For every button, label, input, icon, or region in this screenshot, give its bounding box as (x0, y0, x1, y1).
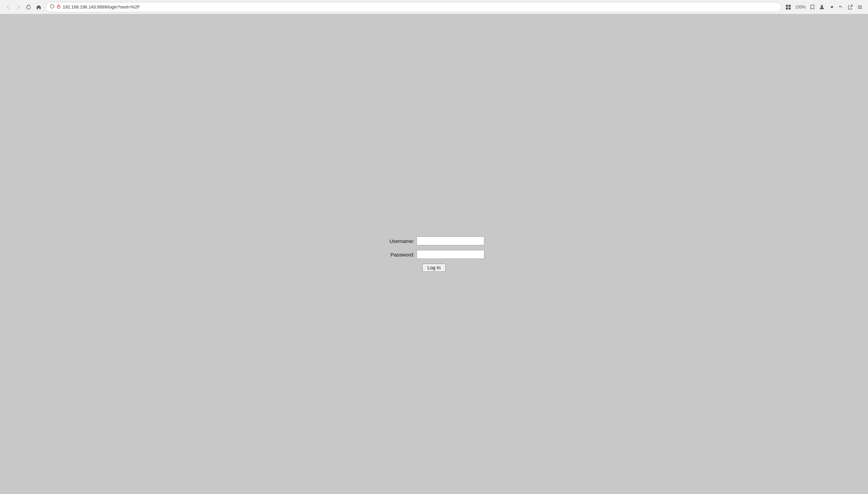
login-button-row: Log In (384, 264, 484, 272)
forward-button[interactable] (14, 3, 22, 11)
svg-rect-8 (858, 8, 862, 9)
login-button[interactable]: Log In (422, 264, 446, 272)
svg-rect-4 (789, 7, 791, 10)
address-input[interactable] (63, 4, 777, 10)
browser-nav-buttons (4, 3, 43, 11)
password-row: Password: (384, 250, 484, 259)
bookmark-button[interactable] (808, 3, 816, 11)
login-form: Username: Password: Log In (384, 236, 484, 272)
extensions-button[interactable] (784, 3, 792, 11)
settings-button[interactable] (827, 3, 835, 11)
undo-button[interactable] (837, 3, 845, 11)
reload-button[interactable] (24, 3, 33, 11)
password-label: Password: (384, 252, 414, 258)
password-input[interactable] (417, 250, 484, 259)
browser-right-buttons: 150% (784, 3, 864, 11)
username-input[interactable] (417, 236, 484, 245)
svg-rect-7 (858, 7, 862, 7)
svg-rect-3 (786, 7, 788, 10)
lock-icon (57, 4, 61, 10)
svg-rect-1 (786, 5, 788, 7)
page-content: Username: Password: Log In (0, 14, 868, 494)
svg-rect-6 (858, 5, 862, 6)
menu-button[interactable] (856, 3, 864, 11)
svg-rect-0 (57, 6, 60, 8)
share-button[interactable] (846, 3, 854, 11)
shield-icon (50, 4, 55, 10)
browser-chrome: 150% (0, 0, 868, 14)
profile-button[interactable] (818, 3, 826, 11)
zoom-level: 150% (794, 4, 807, 10)
address-bar[interactable] (45, 2, 782, 12)
home-button[interactable] (35, 3, 43, 11)
back-button[interactable] (4, 3, 12, 11)
svg-rect-2 (789, 5, 791, 7)
username-label: Username: (384, 238, 414, 244)
svg-point-5 (821, 5, 823, 7)
username-row: Username: (384, 236, 484, 245)
